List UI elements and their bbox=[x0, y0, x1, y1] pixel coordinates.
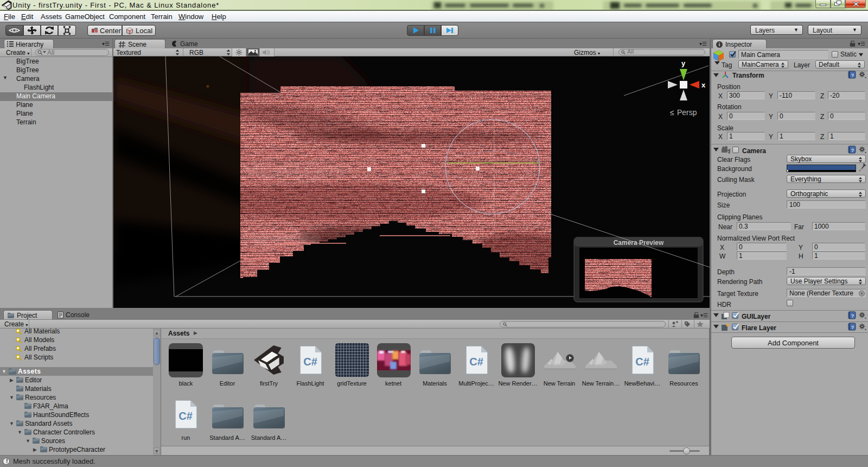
svg-text:y: y bbox=[681, 59, 686, 67]
svg-text:Camera Preview: Camera Preview bbox=[614, 239, 664, 247]
svg-text:x: x bbox=[701, 81, 706, 89]
svg-text:?: ? bbox=[851, 148, 854, 153]
svg-text:?: ? bbox=[851, 313, 854, 319]
svg-text:?: ? bbox=[851, 325, 854, 330]
svg-text:≤: ≤ bbox=[670, 108, 674, 117]
svg-text:?: ? bbox=[851, 73, 854, 78]
svg-text:Persp: Persp bbox=[677, 108, 697, 117]
